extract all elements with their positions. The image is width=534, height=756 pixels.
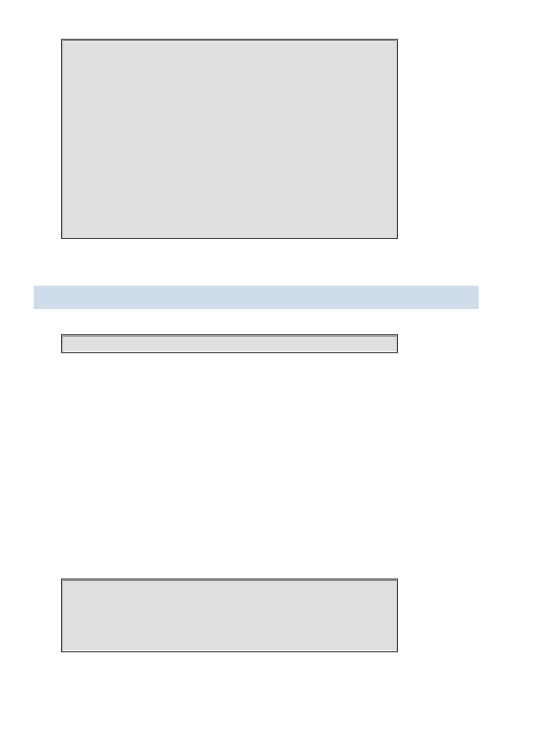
panel-small [62,335,397,353]
panel-top [62,39,397,239]
blue-band [34,286,479,309]
panel-bottom [62,579,397,652]
